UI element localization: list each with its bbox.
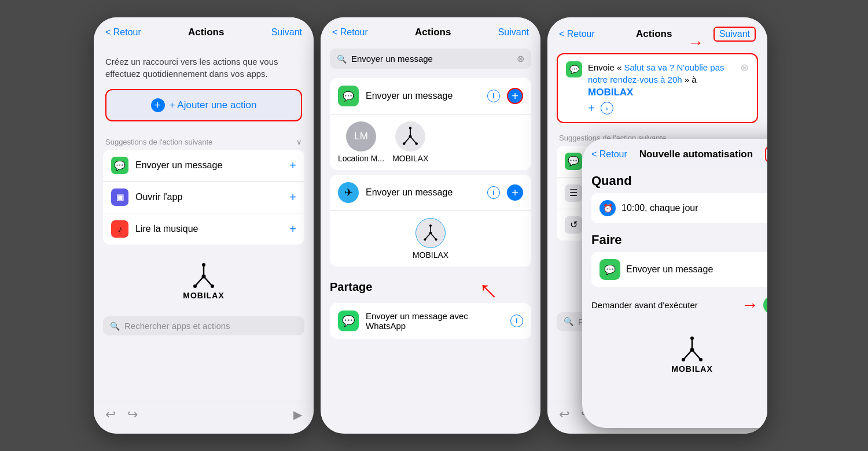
screen4-title: Nouvelle automatisation — [632, 149, 760, 160]
add-plus-message[interactable]: + — [289, 159, 296, 172]
screen3-back-button[interactable]: < Retour — [559, 29, 595, 39]
svg-point-33 — [682, 358, 685, 361]
clock-icon: ⏰ — [599, 200, 616, 216]
screen2-title: Actions — [415, 27, 451, 38]
screen4-faire-section: Faire 💬 Envoyer un message — [582, 226, 767, 289]
action-preview-actions: + › — [588, 102, 734, 115]
telegram-info-button[interactable]: i — [487, 186, 500, 199]
suggestions-list: 💬 Envoyer un message + ▣ Ouvrir l'app + … — [103, 150, 304, 245]
svg-point-18 — [429, 224, 432, 227]
whatsapp-result-card: 💬 Envoyer un message avec WhatsApp i — [330, 303, 531, 339]
suivant-arrow: → — [687, 34, 704, 52]
screen3-title: Actions — [636, 28, 672, 40]
partage-label: Partage — [321, 271, 540, 298]
action-preview-content: Envoie « Salut sa va ? N'oublie pas notr… — [588, 61, 734, 115]
suggestion-label-app: Ouvrir l'app — [135, 192, 282, 202]
screen2-search-value[interactable]: Envoyer un message — [351, 54, 512, 64]
screen4-mobilax-icon — [678, 335, 707, 364]
action-preview-card: 💬 Envoie « Salut sa va ? N'oublie pas no… — [557, 53, 758, 123]
suggestion-item-music[interactable]: ♪ Lire la musique + — [103, 213, 304, 245]
screen4-back-button[interactable]: < Retour — [591, 149, 627, 160]
telegram-mobilax-name: MOBILAX — [413, 250, 448, 260]
search-bar[interactable]: 🔍 Rechercher apps et actions — [103, 316, 304, 335]
mobilax-contact-avatar — [395, 121, 425, 151]
messages-app-icon: 💬 — [338, 86, 359, 106]
mobilax-logo: MOBILAX — [94, 250, 314, 312]
screen4-action-label: Envoyer un message — [626, 264, 713, 275]
mobilax-contact-item[interactable]: MOBILAX — [392, 121, 428, 163]
add-icon: + — [151, 98, 165, 112]
screen3-undo-icon[interactable]: ↩ — [559, 407, 569, 422]
screen2-search-bar[interactable]: 🔍 Envoyer un message ⊗ — [330, 49, 531, 69]
screen4-action-card[interactable]: 💬 Envoyer un message — [591, 252, 767, 287]
whatsapp-info-button[interactable]: i — [510, 315, 523, 327]
screen3-menu-icon: ☰ — [565, 184, 582, 202]
suggestion-item-app[interactable]: ▣ Ouvrir l'app + — [103, 182, 304, 213]
screen2-next-button[interactable]: Suivant — [498, 27, 529, 38]
whatsapp-icon: 💬 — [338, 310, 359, 331]
svg-point-10 — [409, 135, 412, 138]
screen1-title: Actions — [188, 27, 224, 38]
screen1: < Retour Actions Suivant Créez un raccou… — [94, 17, 314, 434]
quote-close: » — [685, 75, 692, 84]
svg-point-17 — [429, 232, 432, 234]
undo-icon[interactable]: ↩ — [105, 407, 116, 422]
svg-point-19 — [424, 238, 426, 241]
svg-point-13 — [415, 142, 418, 145]
screen4-mobilax-label: MOBILAX — [671, 364, 713, 374]
whatsapp-label: Envoyer un message avec WhatsApp — [366, 311, 503, 331]
demander-toggle[interactable] — [763, 296, 767, 314]
suggestion-label-music: Lire la musique — [135, 224, 282, 234]
screen3-next-button[interactable]: Suivant — [713, 27, 756, 42]
preview-detail-icon[interactable]: › — [601, 102, 613, 114]
screen1-next-button[interactable]: Suivant — [271, 27, 302, 38]
screen4-ok-button[interactable]: OK — [765, 147, 767, 162]
suggestion-label-message: Envoyer un message — [135, 160, 282, 171]
demander-arrow: → — [741, 295, 759, 315]
add-plus-app[interactable]: + — [289, 191, 296, 204]
telegram-result-card: ✈ Envoyer un message i + — [330, 175, 531, 267]
screen3-messages-icon: 💬 — [565, 153, 582, 170]
preview-add-icon[interactable]: + — [588, 102, 595, 115]
add-action-button[interactable]: + + Ajouter une action — [105, 89, 302, 121]
telegram-add-button[interactable]: + — [507, 184, 523, 201]
preview-close-icon[interactable]: ⊗ — [740, 61, 749, 74]
screen4-navbar: < Retour Nouvelle automatisation OK — [582, 139, 767, 168]
screen2-search-icon: 🔍 — [337, 54, 347, 64]
app-icon: ▣ — [111, 188, 128, 206]
screen1-description: Créez un raccourci vers les actions que … — [94, 44, 314, 89]
svg-point-31 — [690, 348, 694, 352]
svg-point-3 — [202, 275, 206, 279]
messages-add-button[interactable]: + — [507, 88, 523, 104]
screen4-time-trigger[interactable]: ⏰ 10:00, chaque jour — [591, 193, 767, 223]
telegram-mobilax-item[interactable]: MOBILAX — [338, 218, 523, 260]
screen2-back-button[interactable]: < Retour — [332, 27, 368, 38]
play-icon[interactable]: ▶ — [293, 408, 302, 422]
suggestion-item-message[interactable]: 💬 Envoyer un message + — [103, 150, 304, 182]
screen2: < Retour Actions Suivant 🔍 Envoyer un me… — [321, 17, 540, 434]
messages-info-button[interactable]: i — [487, 90, 500, 102]
add-plus-music[interactable]: + — [289, 223, 296, 236]
contact-item[interactable]: LM Location M... — [338, 121, 384, 163]
suggestions-header: Suggestions de l'action suivante ∨ — [94, 133, 314, 150]
messages-icon: 💬 — [111, 157, 128, 174]
screen4-quand-section: Quand ⏰ 10:00, chaque jour — [582, 168, 767, 226]
screen2-navbar: < Retour Actions Suivant — [321, 17, 540, 44]
search-clear-icon[interactable]: ⊗ — [517, 53, 524, 64]
telegram-icon: ✈ — [338, 182, 359, 203]
to-label: à — [692, 75, 696, 84]
redo-icon[interactable]: ↪ — [127, 407, 138, 422]
screen2-search-container: 🔍 Envoyer un message ⊗ — [321, 44, 540, 73]
contacts-row: LM Location M... — [330, 114, 531, 170]
mobilax-label: MOBILAX — [183, 291, 225, 300]
messages-result-card: 💬 Envoyer un message i + LM Location M..… — [330, 78, 531, 170]
screen1-back-button[interactable]: < Retour — [105, 27, 141, 38]
screen4-time-value: 10:00, chaque jour — [621, 203, 698, 213]
chevron-down-icon[interactable]: ∨ — [296, 138, 302, 146]
action-preview-row: 💬 Envoie « Salut sa va ? N'oublie pas no… — [566, 61, 749, 115]
svg-point-6 — [211, 284, 214, 288]
envoie-label: Envoie — [588, 62, 615, 72]
messages-result-item: 💬 Envoyer un message i + — [330, 78, 531, 114]
screen4-mobilax-logo: MOBILAX — [582, 326, 767, 383]
screen4: < Retour Nouvelle automatisation OK Quan… — [582, 139, 767, 428]
